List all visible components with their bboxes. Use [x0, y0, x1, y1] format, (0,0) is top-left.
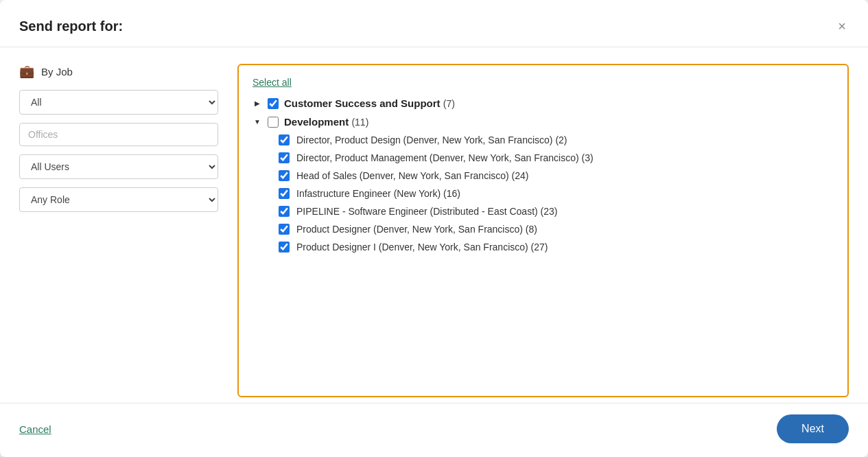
checkbox-infra-engineer[interactable] [279, 188, 290, 199]
modal-footer: Cancel Next [0, 403, 868, 457]
group-row-development: ▼ Development (11) [253, 116, 834, 128]
content-area: Select all ▶ Customer Success and Suppor… [237, 64, 849, 397]
checkbox-head-of-sales[interactable] [279, 170, 290, 181]
modal-header: Send report for: × [0, 0, 868, 47]
checkbox-dir-product-design[interactable] [279, 134, 290, 145]
label-dir-product-design[interactable]: Director, Product Design (Denver, New Yo… [296, 134, 567, 145]
group-count-customer-success: (7) [443, 98, 455, 109]
group-label-development: Development (11) [284, 116, 368, 128]
group-count-development: (11) [351, 117, 368, 128]
label-product-designer-i[interactable]: Product Designer I (Denver, New York, Sa… [296, 242, 548, 253]
label-dir-product-mgmt[interactable]: Director, Product Management (Denver, Ne… [296, 152, 594, 163]
group-row-customer-success: ▶ Customer Success and Support (7) [253, 97, 834, 109]
list-item-product-designer: Product Designer (Denver, New York, San … [253, 224, 834, 235]
list-item-product-designer-i: Product Designer I (Denver, New York, Sa… [253, 242, 834, 253]
checkbox-product-designer[interactable] [279, 224, 290, 235]
job-select[interactable]: All [19, 90, 218, 115]
label-head-of-sales[interactable]: Head of Sales (Denver, New York, San Fra… [296, 170, 529, 181]
selection-box[interactable]: Select all ▶ Customer Success and Suppor… [237, 64, 849, 397]
send-report-modal: Send report for: × 💼 By Job All All User… [0, 0, 868, 457]
group-checkbox-customer-success[interactable] [268, 98, 279, 109]
list-item-dir-product-design: Director, Product Design (Denver, New Yo… [253, 134, 834, 145]
role-select[interactable]: Any Role [19, 187, 218, 212]
by-job-text: By Job [41, 66, 73, 78]
sidebar: 💼 By Job All All Users Any Role [19, 64, 218, 397]
group-toggle-development[interactable]: ▼ [253, 118, 262, 126]
checkbox-pipeline-sw-eng[interactable] [279, 206, 290, 217]
group-label-customer-success: Customer Success and Support (7) [284, 97, 455, 109]
list-item-infra-engineer: Infastructure Engineer (New York) (16) [253, 188, 834, 199]
by-job-label: 💼 By Job [19, 64, 218, 79]
modal-title: Send report for: [19, 19, 123, 34]
close-button[interactable]: × [835, 16, 849, 36]
list-item-head-of-sales: Head of Sales (Denver, New York, San Fra… [253, 170, 834, 181]
modal-body: 💼 By Job All All Users Any Role Select a… [0, 47, 868, 397]
group-checkbox-development[interactable] [268, 117, 279, 128]
list-item-pipeline-sw-eng: PIPELINE - Software Engineer (Distribute… [253, 206, 834, 217]
checkbox-dir-product-mgmt[interactable] [279, 152, 290, 163]
briefcase-icon: 💼 [19, 64, 34, 79]
checkbox-product-designer-i[interactable] [279, 242, 290, 253]
users-select[interactable]: All Users [19, 154, 218, 179]
select-all-link[interactable]: Select all [253, 77, 292, 88]
next-button[interactable]: Next [777, 414, 849, 443]
offices-input[interactable] [19, 123, 218, 146]
group-toggle-customer-success[interactable]: ▶ [253, 99, 262, 107]
label-product-designer[interactable]: Product Designer (Denver, New York, San … [296, 224, 537, 235]
list-item-dir-product-mgmt: Director, Product Management (Denver, Ne… [253, 152, 834, 163]
label-pipeline-sw-eng[interactable]: PIPELINE - Software Engineer (Distribute… [296, 206, 557, 217]
cancel-button[interactable]: Cancel [19, 423, 51, 435]
label-infra-engineer[interactable]: Infastructure Engineer (New York) (16) [296, 188, 460, 199]
